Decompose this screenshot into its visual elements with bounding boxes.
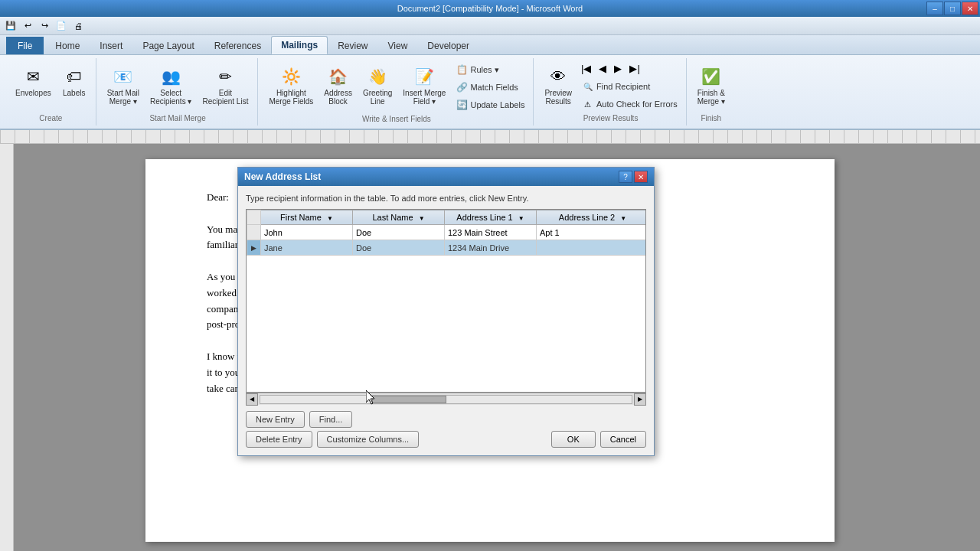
col-last-dropdown-icon: ▼ (419, 215, 425, 222)
col-last-name[interactable]: Last Name ▼ (353, 210, 445, 225)
insert-merge-field-icon: 📝 (412, 64, 436, 89)
col-first-dropdown-icon: ▼ (327, 215, 333, 222)
envelopes-button[interactable]: ✉ Envelopes (11, 61, 56, 100)
tab-view[interactable]: View (378, 37, 418, 54)
start-mail-merge-label: Start MailMerge ▾ (107, 89, 139, 106)
select-recipients-button[interactable]: 👥 SelectRecipients ▾ (145, 61, 196, 109)
tab-file[interactable]: File (6, 37, 44, 54)
highlight-merge-fields-button[interactable]: 🔆 HighlightMerge Fields (264, 61, 318, 109)
rules-icon: 📋 (456, 64, 468, 76)
insert-merge-field-button[interactable]: 📝 Insert MergeField ▾ (398, 61, 450, 109)
small-buttons-col: 📋 Rules ▾ 🔗 Match Fields 🔄 Update Labels (452, 61, 528, 113)
preview-results-button[interactable]: 👁 PreviewResults (540, 61, 577, 109)
find-recipient-button[interactable]: 🔍 Find Recipient (578, 78, 681, 95)
delete-entry-button[interactable]: Delete Entry (246, 431, 312, 448)
qa-redo-button[interactable]: ↪ (37, 18, 52, 34)
row-1-address-2[interactable]: Apt 1 (537, 225, 647, 240)
check-errors-label: Auto Check for Errors (596, 99, 678, 109)
tab-page-layout[interactable]: Page Layout (132, 37, 204, 54)
row-2-last-name[interactable]: Doe (353, 240, 445, 256)
labels-button[interactable]: 🏷 Labels (57, 61, 91, 100)
greeting-line-button[interactable]: 👋 GreetingLine (358, 61, 397, 109)
prev-record-button[interactable]: ◀ (596, 61, 609, 76)
start-mail-merge-button[interactable]: 📧 Start MailMerge ▾ (103, 61, 144, 109)
col-address-line-2[interactable]: Address Line 2 ▼ (537, 210, 647, 225)
preview-nav-col: |◀ ◀ ▶ ▶| 🔍 Find Recipient (578, 61, 681, 112)
ribbon-group-finish: ✅ Finish &Merge ▾ Finish (688, 58, 734, 126)
tab-insert[interactable]: Insert (90, 37, 132, 54)
cancel-button[interactable]: Cancel (600, 431, 646, 448)
scroll-left-arrow[interactable]: ◀ (246, 393, 258, 406)
edit-recipient-list-button[interactable]: ✏ EditRecipient List (198, 61, 253, 109)
close-window-button[interactable]: ✕ (962, 2, 978, 15)
table-row[interactable]: John Doe 123 Main Street Apt 1 Any City (247, 225, 647, 240)
address-block-icon: 🏠 (326, 64, 351, 89)
col-address-line-1[interactable]: Address Line 1 ▼ (445, 210, 537, 225)
create-buttons: ✉ Envelopes 🏷 Labels (11, 61, 91, 112)
match-fields-label: Match Fields (470, 83, 518, 92)
first-record-button[interactable]: |◀ (578, 61, 594, 76)
row-2-address-2[interactable] (537, 240, 647, 256)
quick-access-toolbar: 💾 ↩ ↪ 📄 🖨 (0, 17, 980, 35)
preview-buttons: 👁 PreviewResults |◀ ◀ ▶ ▶| (540, 61, 681, 112)
qa-save-button[interactable]: 💾 (3, 18, 18, 34)
dialog-action-buttons: New Entry Find... (246, 411, 646, 428)
ruler-marks (0, 130, 980, 143)
prev-icon: ◀ (599, 63, 606, 74)
qa-undo-button[interactable]: ↩ (20, 18, 35, 34)
tab-developer[interactable]: Developer (417, 37, 479, 54)
new-entry-button[interactable]: New Entry (246, 411, 305, 428)
next-record-button[interactable]: ▶ (611, 61, 625, 76)
row-1-address-1[interactable]: 123 Main Street (445, 225, 537, 240)
dialog-close-button[interactable]: ✕ (634, 171, 648, 183)
tab-home[interactable]: Home (45, 37, 90, 54)
maximize-button[interactable]: □ (944, 2, 961, 15)
row-1-selector (247, 225, 261, 240)
col-first-name[interactable]: First Name ▼ (261, 210, 353, 225)
row-1-last-name[interactable]: Doe (353, 225, 445, 240)
create-group-label: Create (39, 112, 62, 122)
scroll-thumb[interactable] (372, 396, 446, 403)
customize-columns-button[interactable]: Customize Columns... (317, 431, 420, 448)
finish-merge-button[interactable]: ✅ Finish &Merge ▾ (693, 61, 730, 109)
dialog-instruction: Type recipient information in the table.… (246, 194, 646, 203)
find-recipient-label: Find Recipient (596, 82, 650, 91)
last-record-button[interactable]: ▶| (626, 61, 642, 76)
row-2-first-name[interactable]: Jane (261, 240, 353, 256)
start-mail-merge-group-label: Start Mail Merge (149, 112, 205, 122)
dialog-help-button[interactable]: ? (619, 171, 632, 183)
finish-label: Finish &Merge ▾ (697, 89, 725, 106)
ok-button[interactable]: OK (551, 431, 596, 448)
title-bar: Document2 [Compatibility Mode] - Microso… (0, 0, 980, 17)
row-2-addr2-input[interactable] (540, 243, 645, 253)
preview-label: PreviewResults (544, 89, 572, 106)
match-fields-button[interactable]: 🔗 Match Fields (452, 79, 528, 96)
col-addr1-dropdown-icon: ▼ (518, 215, 524, 222)
insert-merge-field-label: Insert MergeField ▾ (403, 89, 446, 106)
tab-references[interactable]: References (204, 37, 271, 54)
minimize-button[interactable]: – (926, 2, 943, 15)
scroll-track[interactable] (260, 395, 632, 404)
horizontal-scrollbar[interactable]: ◀ ▶ (246, 393, 646, 405)
qa-new-button[interactable]: 📄 (54, 18, 69, 34)
document-area: Dear: You may not know me, but I know yo… (0, 144, 980, 551)
address-table-container[interactable]: First Name ▼ Last Name ▼ Address Line 1 … (246, 209, 646, 393)
dialog-body: Type recipient information in the table.… (238, 186, 654, 455)
update-labels-button[interactable]: 🔄 Update Labels (452, 96, 528, 113)
select-recipients-icon: 👥 (158, 64, 183, 89)
ruler (0, 130, 980, 144)
write-insert-buttons: 🔆 HighlightMerge Fields 🏠 AddressBlock 👋… (264, 61, 528, 113)
table-row[interactable]: ▶ Jane Doe 1234 Main Drive (247, 240, 647, 256)
row-2-address-1[interactable]: 1234 Main Drive (445, 240, 537, 256)
find-button[interactable]: Find... (309, 411, 353, 428)
address-block-button[interactable]: 🏠 AddressBlock (319, 61, 357, 109)
auto-check-errors-button[interactable]: ⚠ Auto Check for Errors (578, 96, 681, 112)
qa-print-button[interactable]: 🖨 (70, 18, 86, 34)
row-1-first-name[interactable]: John (261, 225, 353, 240)
tab-review[interactable]: Review (328, 37, 377, 54)
tab-mailings[interactable]: Mailings (271, 36, 328, 54)
rules-button[interactable]: 📋 Rules ▾ (452, 61, 528, 78)
scroll-right-arrow[interactable]: ▶ (634, 393, 646, 406)
labels-label: Labels (63, 89, 85, 97)
ribbon-group-write-insert: 🔆 HighlightMerge Fields 🏠 AddressBlock 👋… (260, 58, 534, 126)
